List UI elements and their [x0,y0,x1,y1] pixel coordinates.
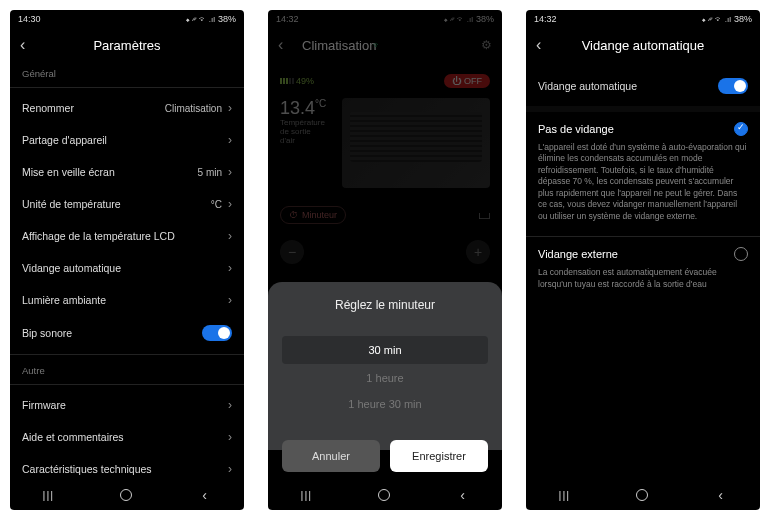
nav-recents[interactable]: ||| [41,487,55,503]
row-drain[interactable]: Vidange automatique › [10,252,244,284]
page-title: Vidange automatique [560,38,726,53]
section-other: Autre [10,359,244,380]
row-label: Mise en veille écran [22,166,115,178]
nav-bar: ||| ‹ [268,480,502,510]
chevron-right-icon: › [228,101,232,115]
option-title: Vidange externe [538,248,618,260]
header: ‹ Paramètres [10,28,244,62]
nav-recents[interactable]: ||| [299,487,313,503]
row-help[interactable]: Aide et commentaires › [10,421,244,453]
row-lcd[interactable]: Affichage de la température LCD › [10,220,244,252]
drain-content: Vidange automatique Pas de vidange L'app… [526,62,760,480]
power-pill[interactable]: ⏻ OFF [444,74,490,88]
back-icon[interactable]: ‹ [278,36,292,54]
row-label: Vidange automatique [22,262,121,274]
back-icon[interactable]: ‹ [20,36,34,54]
row-label: Lumière ambiante [22,294,106,306]
mode-icon[interactable]: ⌴ [478,208,490,222]
settings-list: Général Renommer Climatisation› Partage … [10,62,244,480]
row-rename[interactable]: Renommer Climatisation› [10,92,244,124]
screen-climatisation: 14:32 ⬥ ␥ ᯤ .ıl 38% ‹ Climatisation ᯤ ⚙ … [268,10,502,510]
option-no-drain[interactable]: Pas de vidange L'appareil est doté d'un … [526,112,760,236]
power-icon: ⏻ [452,76,461,86]
status-right: ⬥ ␥ ᯤ .ıl 38% [186,14,236,24]
picker-option-selected[interactable]: 30 min [282,336,488,364]
temperature-value: 13.4°C [280,98,326,119]
row-label: Partage d'appareil [22,134,107,146]
screen-vidange: 14:32 ⬥ ␥ ᯤ .ıl 38% ‹ Vidange automatiqu… [526,10,760,510]
picker-option[interactable]: 1 heure [366,366,403,390]
auto-drain-toggle[interactable] [718,78,748,94]
row-ambient-light[interactable]: Lumière ambiante › [10,284,244,316]
row-firmware[interactable]: Firmware › [10,389,244,421]
plus-button[interactable]: + [466,240,490,264]
header: ‹ Vidange automatique [526,28,760,62]
nav-back[interactable]: ‹ [713,487,729,503]
back-icon[interactable]: ‹ [536,36,550,54]
chevron-right-icon: › [228,293,232,307]
page-title: Paramètres [44,38,210,53]
row-share[interactable]: Partage d'appareil › [10,124,244,156]
row-auto-drain-toggle: Vidange automatique [526,66,760,106]
page-title: Climatisation [302,38,383,53]
nav-back[interactable]: ‹ [197,487,213,503]
device-image [342,98,490,188]
nav-bar: ||| ‹ [526,480,760,510]
option-description: L'appareil est doté d'un système à auto-… [538,142,748,222]
nav-back[interactable]: ‹ [455,487,471,503]
nav-home[interactable] [634,487,650,503]
option-description: La condensation est automatiquement évac… [538,267,748,290]
row-value: °C [211,199,222,210]
wifi-icon: ᯤ [373,41,381,50]
chevron-right-icon: › [228,229,232,243]
device-battery: 49% [280,76,314,86]
status-icons: ⬥ ␥ ᯤ .ıl [444,15,473,24]
sheet-title: Réglez le minuteur [335,298,435,312]
row-screen-timeout[interactable]: Mise en veille écran 5 min› [10,156,244,188]
clock-icon: ⏱ [289,210,298,220]
status-icons: ⬥ ␥ ᯤ .ıl [186,15,215,24]
minus-button[interactable]: − [280,240,304,264]
row-beep: Bip sonore [10,316,244,350]
beep-toggle[interactable] [202,325,232,341]
row-label: Firmware [22,399,66,411]
chevron-right-icon: › [228,165,232,179]
status-bar: 14:30 ⬥ ␥ ᯤ .ıl 38% [10,10,244,28]
chevron-right-icon: › [228,398,232,412]
nav-bar: ||| ‹ [10,480,244,510]
cancel-button[interactable]: Annuler [282,440,380,472]
status-bar: 14:32 ⬥ ␥ ᯤ .ıl 38% [268,10,502,28]
radio-unselected-icon[interactable] [734,247,748,261]
temperature-caption: Température de sortie d'air [280,119,320,145]
gear-icon[interactable]: ⚙ [481,38,492,52]
timer-picker[interactable]: 30 min 1 heure 1 heure 30 min [282,336,488,416]
nav-recents[interactable]: ||| [557,487,571,503]
header: ‹ Climatisation ᯤ ⚙ [268,28,502,62]
nav-home[interactable] [376,487,392,503]
status-battery: 38% [476,14,494,24]
status-right: ⬥ ␥ ᯤ .ıl 38% [444,14,494,24]
chevron-right-icon: › [228,462,232,476]
row-value: Climatisation [165,103,222,114]
status-battery: 38% [218,14,236,24]
row-specs[interactable]: Caractéristiques techniques › [10,453,244,480]
picker-option[interactable]: 1 heure 30 min [348,392,421,416]
chevron-right-icon: › [228,261,232,275]
row-label: Unité de température [22,198,121,210]
row-temp-unit[interactable]: Unité de température °C› [10,188,244,220]
status-right: ⬥ ␥ ᯤ .ıl 38% [702,14,752,24]
save-button[interactable]: Enregistrer [390,440,488,472]
status-battery: 38% [734,14,752,24]
option-external-drain[interactable]: Vidange externe La condensation est auto… [526,237,760,304]
radio-selected-icon[interactable] [734,122,748,136]
power-label: OFF [464,76,482,86]
timer-chip[interactable]: ⏱ Minuteur [280,206,346,224]
row-label: Caractéristiques techniques [22,463,152,475]
timer-sheet: Réglez le minuteur 30 min 1 heure 1 heur… [268,282,502,450]
section-general: Général [10,62,244,83]
option-title: Pas de vidange [538,123,614,135]
timer-label: Minuteur [302,210,337,220]
row-label: Aide et commentaires [22,431,124,443]
main-content: 49% ⏻ OFF 13.4°C Température de sortie d… [268,62,502,480]
nav-home[interactable] [118,487,134,503]
